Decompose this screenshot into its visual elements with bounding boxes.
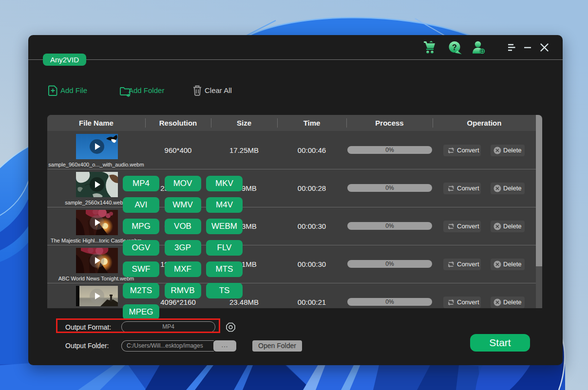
svg-text:?: ? [452, 43, 457, 52]
